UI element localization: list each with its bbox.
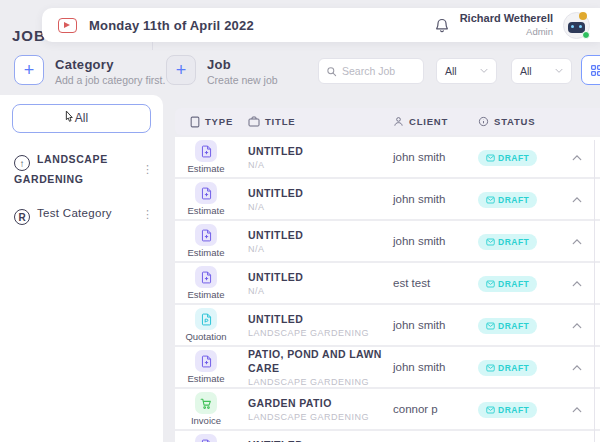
status-text: DRAFT <box>498 195 529 205</box>
status-text: DRAFT <box>498 321 529 331</box>
table-row[interactable]: Estimate UNTITLED N/A est test DRAFT <box>175 263 600 303</box>
status-text: DRAFT <box>498 153 529 163</box>
column-header-title[interactable]: TITLE <box>248 116 295 127</box>
status-badge: DRAFT <box>478 360 537 376</box>
avatar-bulb-decoration <box>579 12 587 20</box>
job-type-label: Estimate <box>175 163 237 174</box>
category-section-subtitle: Add a job category first. <box>55 74 165 86</box>
chevron-down-icon <box>480 68 488 74</box>
job-client: john smith <box>393 193 478 205</box>
all-categories-button[interactable]: All <box>12 104 151 133</box>
status-text: DRAFT <box>498 237 529 247</box>
top-header-bar: Monday 11th of April 2022 Richard Wether… <box>42 8 600 42</box>
job-status-cell: DRAFT <box>478 400 537 418</box>
scrollbar-track[interactable] <box>594 140 595 442</box>
collapse-chevron-up-icon[interactable] <box>572 238 582 245</box>
table-row[interactable]: Estimate PATIO, POND AND LAWN CARE LANDS… <box>175 347 600 387</box>
job-type-cell: Estimate <box>175 350 237 384</box>
avatar[interactable] <box>563 12 590 39</box>
column-label-type: TYPE <box>205 116 233 127</box>
jobs-toolbar: + Category Add a job category first. + J… <box>0 55 600 91</box>
job-section-subtitle: Create new job <box>207 74 278 86</box>
job-type-label: Estimate <box>175 247 237 258</box>
table-row[interactable]: Quotation UNTITLED LANDSCAPE GARDENING j… <box>175 305 600 345</box>
job-title-cell: UNTITLED N/A <box>248 228 390 254</box>
category-label: Test Category <box>37 207 112 219</box>
job-type-cell: Estimate <box>175 266 237 300</box>
status-badge: DRAFT <box>478 318 537 334</box>
job-category-subtitle: LANDSCAPE GARDENING <box>248 328 390 338</box>
table-row[interactable]: Estimate UNTITLED N/A est test DRAFT <box>175 431 600 442</box>
job-title-cell: UNTITLED N/A <box>248 144 390 170</box>
collapse-chevron-up-icon[interactable] <box>572 364 582 371</box>
job-title: UNTITLED <box>248 228 390 242</box>
kebab-menu-icon[interactable]: ⋮ <box>142 209 153 220</box>
document-quote-icon <box>195 308 217 330</box>
job-client: john smith <box>393 319 478 331</box>
column-header-type[interactable]: TYPE <box>190 116 233 128</box>
job-search-box[interactable] <box>318 58 424 84</box>
filter-dropdown-2[interactable]: All <box>511 58 572 84</box>
draft-mail-icon <box>486 196 495 204</box>
notification-bell-icon[interactable] <box>434 17 450 34</box>
job-title: UNTITLED <box>248 438 390 442</box>
online-status-dot <box>582 31 590 39</box>
job-title-cell: UNTITLED N/A <box>248 438 390 442</box>
jobs-table: TYPE TITLE CLIENT STATUS Estimate UNTITL… <box>175 108 600 442</box>
column-label-title: TITLE <box>265 116 295 127</box>
collapse-chevron-up-icon[interactable] <box>572 280 582 287</box>
status-text: DRAFT <box>498 363 529 373</box>
table-header-row: TYPE TITLE CLIENT STATUS <box>175 108 600 135</box>
search-icon <box>326 66 337 77</box>
job-client: john smith <box>393 361 478 373</box>
table-body: Estimate UNTITLED N/A john smith DRAFT E… <box>175 137 600 442</box>
search-job-input[interactable] <box>342 65 416 77</box>
filter-2-value: All <box>520 65 532 77</box>
document-plus-icon <box>195 266 217 288</box>
job-title: PATIO, POND AND LAWN CARE <box>248 347 390 375</box>
column-header-status[interactable]: STATUS <box>478 116 535 127</box>
add-category-button[interactable]: + <box>14 55 44 85</box>
job-title: UNTITLED <box>248 312 390 326</box>
job-type-cell: Invoice <box>175 392 237 426</box>
draft-mail-icon <box>486 364 495 372</box>
job-title: UNTITLED <box>248 270 390 284</box>
job-title: GARDEN PATIO <box>248 396 390 410</box>
user-info[interactable]: Richard Wetherell Admin <box>460 12 553 38</box>
cart-icon <box>195 392 217 414</box>
draft-mail-icon <box>486 406 495 414</box>
collapse-chevron-up-icon[interactable] <box>572 196 582 203</box>
job-type-label: Estimate <box>175 373 237 384</box>
filter-dropdown-1[interactable]: All <box>436 58 497 84</box>
job-category-subtitle: N/A <box>248 202 390 212</box>
table-row[interactable]: Invoice GARDEN PATIO LANDSCAPE GARDENING… <box>175 389 600 429</box>
sidebar-category-item[interactable]: ↑LANDSCAPE GARDENING⋮ <box>0 143 163 196</box>
collapse-chevron-up-icon[interactable] <box>572 406 582 413</box>
collapse-chevron-up-icon[interactable] <box>572 154 582 161</box>
table-row[interactable]: Estimate UNTITLED N/A john smith DRAFT <box>175 137 600 177</box>
arrow-up-circle-icon: ↑ <box>14 155 30 171</box>
robot-avatar-image <box>568 22 585 33</box>
table-row[interactable]: Estimate UNTITLED N/A john smith DRAFT <box>175 179 600 219</box>
job-status-cell: DRAFT <box>478 316 537 334</box>
job-client: john smith <box>393 235 478 247</box>
job-title-cell: GARDEN PATIO LANDSCAPE GARDENING <box>248 396 390 422</box>
column-header-client[interactable]: CLIENT <box>393 116 448 127</box>
video-tutorial-icon[interactable] <box>58 18 77 33</box>
briefcase-icon <box>248 116 260 127</box>
sidebar-category-item[interactable]: RTest Category⋮ <box>0 196 163 233</box>
kebab-menu-icon[interactable]: ⋮ <box>142 164 153 175</box>
job-type-label: Estimate <box>175 205 237 216</box>
table-row[interactable]: Estimate UNTITLED N/A john smith DRAFT <box>175 221 600 261</box>
create-job-button[interactable]: + <box>166 55 196 85</box>
category-section-title: Category <box>55 57 114 72</box>
collapse-chevron-up-icon[interactable] <box>572 322 582 329</box>
column-label-client: CLIENT <box>409 116 448 127</box>
letter-r-circle-icon: R <box>14 209 30 225</box>
job-status-cell: DRAFT <box>478 274 537 292</box>
job-status-cell: DRAFT <box>478 148 537 166</box>
view-toggle-button[interactable] <box>581 55 600 85</box>
job-type-label: Quotation <box>175 331 237 342</box>
status-badge: DRAFT <box>478 150 537 166</box>
user-role: Admin <box>460 26 553 38</box>
